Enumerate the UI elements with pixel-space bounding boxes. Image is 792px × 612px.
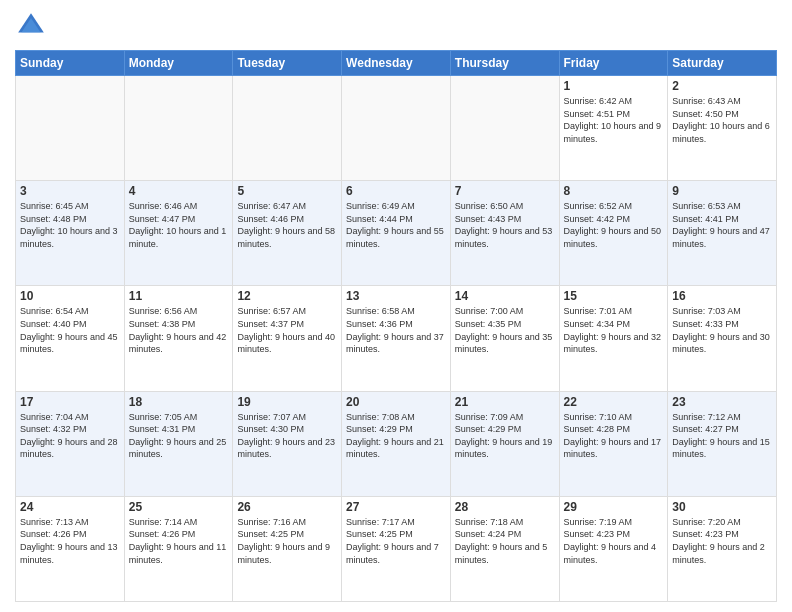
day-number: 21 [455, 395, 555, 409]
weekday-header: Tuesday [233, 51, 342, 76]
header [15, 10, 777, 42]
day-number: 13 [346, 289, 446, 303]
day-number: 20 [346, 395, 446, 409]
day-number: 14 [455, 289, 555, 303]
calendar-cell: 22Sunrise: 7:10 AM Sunset: 4:28 PM Dayli… [559, 391, 668, 496]
day-info: Sunrise: 7:03 AM Sunset: 4:33 PM Dayligh… [672, 305, 772, 355]
day-info: Sunrise: 7:00 AM Sunset: 4:35 PM Dayligh… [455, 305, 555, 355]
calendar-cell: 28Sunrise: 7:18 AM Sunset: 4:24 PM Dayli… [450, 496, 559, 601]
day-info: Sunrise: 6:49 AM Sunset: 4:44 PM Dayligh… [346, 200, 446, 250]
day-number: 19 [237, 395, 337, 409]
day-number: 2 [672, 79, 772, 93]
weekday-header: Friday [559, 51, 668, 76]
calendar-cell: 16Sunrise: 7:03 AM Sunset: 4:33 PM Dayli… [668, 286, 777, 391]
calendar-cell: 30Sunrise: 7:20 AM Sunset: 4:23 PM Dayli… [668, 496, 777, 601]
day-number: 4 [129, 184, 229, 198]
day-info: Sunrise: 7:09 AM Sunset: 4:29 PM Dayligh… [455, 411, 555, 461]
day-number: 23 [672, 395, 772, 409]
calendar-week-row: 17Sunrise: 7:04 AM Sunset: 4:32 PM Dayli… [16, 391, 777, 496]
calendar-cell: 3Sunrise: 6:45 AM Sunset: 4:48 PM Daylig… [16, 181, 125, 286]
day-number: 29 [564, 500, 664, 514]
calendar-table: SundayMondayTuesdayWednesdayThursdayFrid… [15, 50, 777, 602]
calendar-week-row: 24Sunrise: 7:13 AM Sunset: 4:26 PM Dayli… [16, 496, 777, 601]
calendar-cell: 21Sunrise: 7:09 AM Sunset: 4:29 PM Dayli… [450, 391, 559, 496]
page: SundayMondayTuesdayWednesdayThursdayFrid… [0, 0, 792, 612]
calendar-cell: 29Sunrise: 7:19 AM Sunset: 4:23 PM Dayli… [559, 496, 668, 601]
weekday-header: Monday [124, 51, 233, 76]
day-info: Sunrise: 6:57 AM Sunset: 4:37 PM Dayligh… [237, 305, 337, 355]
day-number: 8 [564, 184, 664, 198]
day-info: Sunrise: 7:07 AM Sunset: 4:30 PM Dayligh… [237, 411, 337, 461]
calendar-cell: 2Sunrise: 6:43 AM Sunset: 4:50 PM Daylig… [668, 76, 777, 181]
day-info: Sunrise: 7:19 AM Sunset: 4:23 PM Dayligh… [564, 516, 664, 566]
day-number: 15 [564, 289, 664, 303]
calendar-cell: 18Sunrise: 7:05 AM Sunset: 4:31 PM Dayli… [124, 391, 233, 496]
day-number: 12 [237, 289, 337, 303]
calendar-cell [124, 76, 233, 181]
weekday-header: Saturday [668, 51, 777, 76]
day-number: 6 [346, 184, 446, 198]
calendar-cell [342, 76, 451, 181]
calendar-cell: 5Sunrise: 6:47 AM Sunset: 4:46 PM Daylig… [233, 181, 342, 286]
calendar-cell: 11Sunrise: 6:56 AM Sunset: 4:38 PM Dayli… [124, 286, 233, 391]
day-info: Sunrise: 6:43 AM Sunset: 4:50 PM Dayligh… [672, 95, 772, 145]
day-info: Sunrise: 6:50 AM Sunset: 4:43 PM Dayligh… [455, 200, 555, 250]
calendar-cell: 8Sunrise: 6:52 AM Sunset: 4:42 PM Daylig… [559, 181, 668, 286]
day-info: Sunrise: 7:01 AM Sunset: 4:34 PM Dayligh… [564, 305, 664, 355]
calendar-cell: 19Sunrise: 7:07 AM Sunset: 4:30 PM Dayli… [233, 391, 342, 496]
day-number: 27 [346, 500, 446, 514]
day-number: 1 [564, 79, 664, 93]
day-info: Sunrise: 6:58 AM Sunset: 4:36 PM Dayligh… [346, 305, 446, 355]
day-number: 9 [672, 184, 772, 198]
calendar-week-row: 1Sunrise: 6:42 AM Sunset: 4:51 PM Daylig… [16, 76, 777, 181]
calendar-cell: 23Sunrise: 7:12 AM Sunset: 4:27 PM Dayli… [668, 391, 777, 496]
day-number: 30 [672, 500, 772, 514]
day-info: Sunrise: 7:16 AM Sunset: 4:25 PM Dayligh… [237, 516, 337, 566]
calendar-cell: 13Sunrise: 6:58 AM Sunset: 4:36 PM Dayli… [342, 286, 451, 391]
calendar-week-row: 3Sunrise: 6:45 AM Sunset: 4:48 PM Daylig… [16, 181, 777, 286]
weekday-header: Wednesday [342, 51, 451, 76]
day-info: Sunrise: 7:18 AM Sunset: 4:24 PM Dayligh… [455, 516, 555, 566]
calendar-cell: 15Sunrise: 7:01 AM Sunset: 4:34 PM Dayli… [559, 286, 668, 391]
day-info: Sunrise: 6:53 AM Sunset: 4:41 PM Dayligh… [672, 200, 772, 250]
day-number: 7 [455, 184, 555, 198]
day-info: Sunrise: 7:05 AM Sunset: 4:31 PM Dayligh… [129, 411, 229, 461]
day-info: Sunrise: 7:10 AM Sunset: 4:28 PM Dayligh… [564, 411, 664, 461]
calendar-cell: 17Sunrise: 7:04 AM Sunset: 4:32 PM Dayli… [16, 391, 125, 496]
calendar-cell: 14Sunrise: 7:00 AM Sunset: 4:35 PM Dayli… [450, 286, 559, 391]
calendar-cell [450, 76, 559, 181]
day-info: Sunrise: 7:08 AM Sunset: 4:29 PM Dayligh… [346, 411, 446, 461]
day-number: 22 [564, 395, 664, 409]
calendar-header-row: SundayMondayTuesdayWednesdayThursdayFrid… [16, 51, 777, 76]
day-info: Sunrise: 6:46 AM Sunset: 4:47 PM Dayligh… [129, 200, 229, 250]
calendar-cell: 26Sunrise: 7:16 AM Sunset: 4:25 PM Dayli… [233, 496, 342, 601]
day-info: Sunrise: 6:42 AM Sunset: 4:51 PM Dayligh… [564, 95, 664, 145]
day-number: 18 [129, 395, 229, 409]
logo [15, 10, 51, 42]
calendar-cell: 9Sunrise: 6:53 AM Sunset: 4:41 PM Daylig… [668, 181, 777, 286]
calendar-cell: 4Sunrise: 6:46 AM Sunset: 4:47 PM Daylig… [124, 181, 233, 286]
day-info: Sunrise: 6:45 AM Sunset: 4:48 PM Dayligh… [20, 200, 120, 250]
day-info: Sunrise: 6:54 AM Sunset: 4:40 PM Dayligh… [20, 305, 120, 355]
calendar-cell: 25Sunrise: 7:14 AM Sunset: 4:26 PM Dayli… [124, 496, 233, 601]
day-info: Sunrise: 6:56 AM Sunset: 4:38 PM Dayligh… [129, 305, 229, 355]
day-number: 16 [672, 289, 772, 303]
day-info: Sunrise: 7:20 AM Sunset: 4:23 PM Dayligh… [672, 516, 772, 566]
day-number: 25 [129, 500, 229, 514]
day-number: 11 [129, 289, 229, 303]
day-number: 10 [20, 289, 120, 303]
day-number: 17 [20, 395, 120, 409]
calendar-cell: 24Sunrise: 7:13 AM Sunset: 4:26 PM Dayli… [16, 496, 125, 601]
calendar-cell: 7Sunrise: 6:50 AM Sunset: 4:43 PM Daylig… [450, 181, 559, 286]
day-number: 26 [237, 500, 337, 514]
weekday-header: Sunday [16, 51, 125, 76]
day-info: Sunrise: 6:52 AM Sunset: 4:42 PM Dayligh… [564, 200, 664, 250]
day-info: Sunrise: 7:04 AM Sunset: 4:32 PM Dayligh… [20, 411, 120, 461]
calendar-cell: 27Sunrise: 7:17 AM Sunset: 4:25 PM Dayli… [342, 496, 451, 601]
calendar-cell: 1Sunrise: 6:42 AM Sunset: 4:51 PM Daylig… [559, 76, 668, 181]
day-info: Sunrise: 6:47 AM Sunset: 4:46 PM Dayligh… [237, 200, 337, 250]
day-number: 24 [20, 500, 120, 514]
calendar-week-row: 10Sunrise: 6:54 AM Sunset: 4:40 PM Dayli… [16, 286, 777, 391]
calendar-cell: 10Sunrise: 6:54 AM Sunset: 4:40 PM Dayli… [16, 286, 125, 391]
day-number: 5 [237, 184, 337, 198]
